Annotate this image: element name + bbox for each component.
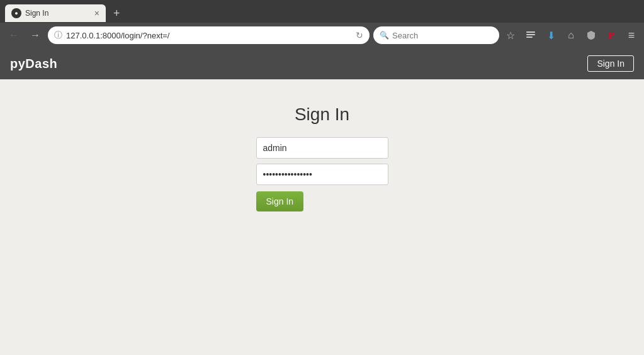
reader-mode-icon[interactable] (523, 28, 538, 43)
menu-icon[interactable]: ≡ (624, 28, 639, 43)
signin-submit-button[interactable]: Sign In (256, 191, 304, 211)
reload-button[interactable]: ↻ (356, 30, 363, 40)
bookmark-icon[interactable]: ☆ (503, 28, 518, 43)
password-input[interactable] (256, 164, 388, 185)
pinterest-icon[interactable]: P (604, 28, 619, 43)
back-button[interactable]: ← (5, 26, 23, 44)
header-signin-button[interactable]: Sign In (587, 55, 634, 72)
tab-bar: ● Sign In × + (0, 0, 644, 23)
tab-title: Sign In (25, 9, 91, 18)
new-tab-button[interactable]: + (108, 6, 125, 21)
forward-button[interactable]: → (26, 26, 44, 44)
tab-favicon: ● (11, 8, 21, 18)
search-icon: 🔍 (380, 31, 389, 40)
active-tab[interactable]: ● Sign In × (5, 4, 106, 22)
info-icon: ⓘ (54, 30, 62, 41)
address-input[interactable] (66, 31, 352, 40)
address-bar-container[interactable]: ⓘ ↻ (48, 26, 370, 44)
page-content: Sign In Sign In (0, 79, 644, 237)
search-input[interactable] (392, 31, 493, 40)
tab-close-button[interactable]: × (94, 9, 99, 18)
page-title: Sign In (295, 104, 349, 125)
svg-rect-1 (526, 34, 535, 35)
download-icon[interactable]: ⬇ (543, 28, 558, 43)
browser-toolbar: ← → ⓘ ↻ 🔍 ☆ ⬇ ⌂ (0, 23, 644, 48)
browser-chrome: ● Sign In × + ← → ⓘ ↻ 🔍 ☆ (0, 0, 644, 48)
svg-rect-0 (526, 31, 535, 33)
username-input[interactable] (256, 137, 388, 159)
shield-icon[interactable] (584, 28, 599, 43)
svg-rect-2 (526, 37, 533, 38)
signin-form: Sign In (256, 137, 388, 211)
app-header: pyDash Sign In (0, 48, 644, 79)
app-brand: pyDash (10, 57, 57, 71)
toolbar-icons: ☆ ⬇ ⌂ P ≡ (503, 28, 639, 43)
search-bar-container[interactable]: 🔍 (373, 26, 499, 44)
home-icon[interactable]: ⌂ (563, 28, 579, 43)
